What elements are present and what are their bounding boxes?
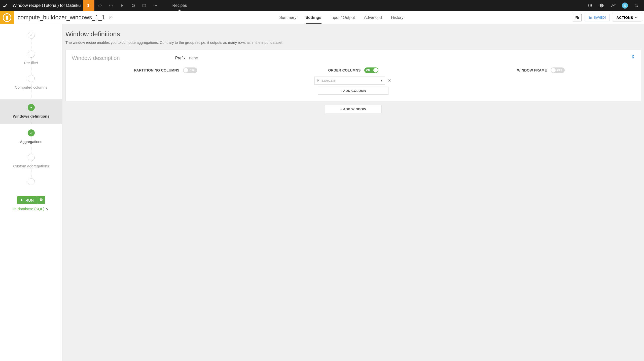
tab-summary[interactable]: Summary [279, 12, 296, 23]
user-avatar[interactable]: S [619, 0, 630, 11]
discussion-button[interactable] [573, 14, 582, 21]
play-icon [20, 199, 23, 202]
project-title[interactable]: Window recipe (Tutorial) for Dataiku [10, 3, 83, 8]
svg-rect-15 [590, 7, 591, 7]
sidebar-footer: RUN In-database (SQL) [0, 193, 62, 216]
prefix-label: Prefix: [175, 56, 187, 60]
col-frame: WINDOW FRAME OFF [447, 67, 635, 95]
svg-rect-13 [591, 5, 592, 6]
dataiku-logo[interactable] [0, 3, 10, 8]
partitioning-toggle[interactable]: OFF [183, 67, 197, 73]
topbar-right: ? S [585, 0, 644, 11]
toggle-off-label: OFF [190, 69, 195, 72]
order-toggle[interactable]: ON [364, 67, 378, 73]
play-icon[interactable] [117, 0, 128, 11]
col-order: ORDER COLUMNS ON saledate [259, 67, 447, 95]
panel-header: Window description Prefix: none [72, 55, 635, 61]
step-windows-definitions[interactable]: Windows definitions [0, 99, 62, 124]
step-computed-columns[interactable]: Computed columns [0, 75, 62, 99]
svg-point-5 [154, 5, 154, 6]
caret-down-icon [635, 16, 637, 19]
saved-label: SAVED! [594, 16, 606, 19]
toggle-on-label: ON [366, 69, 370, 72]
saved-button: SAVED! [585, 14, 610, 21]
order-column-row: saledate ▼ ✕ [314, 77, 392, 85]
sidebar: Pre-filter Computed columns Windows defi… [0, 24, 62, 361]
tab-advanced[interactable]: Advanced [364, 12, 382, 23]
panel-title: Window description [72, 55, 120, 61]
tab-input-output[interactable]: Input / Output [331, 12, 355, 23]
tab-history[interactable]: History [391, 12, 404, 23]
step-node-done [28, 104, 35, 111]
remove-column-button[interactable]: ✕ [387, 78, 392, 83]
window-panel: Window description Prefix: none PARTITIO… [65, 50, 641, 101]
svg-rect-3 [143, 4, 146, 7]
main: Pre-filter Computed columns Windows defi… [0, 24, 644, 361]
activity-icon[interactable] [608, 0, 619, 11]
step-node [28, 178, 35, 185]
svg-point-7 [156, 5, 157, 6]
svg-rect-10 [591, 4, 592, 5]
run-settings-button[interactable] [37, 196, 45, 204]
print-icon[interactable] [128, 0, 139, 11]
apps-icon[interactable] [585, 0, 596, 11]
toggle-off-label: OFF [557, 69, 562, 72]
sort-asc-icon [317, 79, 320, 82]
sidebar-steps: Pre-filter Computed columns Windows defi… [0, 24, 62, 193]
svg-point-22 [110, 17, 111, 18]
avatar-initial: S [622, 3, 628, 9]
step-node [28, 75, 35, 82]
subheader-right: SAVED! ACTIONS [570, 14, 644, 21]
recipe-name: compute_bulldozer_windows_1_1 [14, 14, 109, 21]
svg-point-23 [46, 208, 47, 209]
gear-icon [39, 198, 43, 202]
page-title: Window definitions [65, 30, 641, 38]
partitioning-title: PARTITIONING COLUMNS [134, 68, 180, 72]
svg-text:?: ? [601, 4, 602, 7]
svg-rect-11 [588, 5, 589, 6]
step-aggregations[interactable]: Aggregations [0, 129, 62, 154]
content: Window definitions The window recipe ena… [62, 24, 644, 361]
svg-rect-8 [588, 4, 589, 5]
svg-rect-9 [590, 4, 591, 5]
order-column-select[interactable]: saledate ▼ [314, 77, 385, 85]
add-window-button[interactable]: + ADD WINDOW [325, 105, 382, 113]
frame-toggle[interactable]: OFF [551, 67, 565, 73]
circle-icon[interactable] [94, 0, 105, 11]
order-title: ORDER COLUMNS [328, 68, 361, 72]
step-end [0, 178, 62, 185]
step-custom-aggregations[interactable]: Custom aggregations [0, 154, 62, 178]
actions-button[interactable]: ACTIONS [613, 14, 641, 21]
order-column-value: saledate [322, 79, 336, 83]
search-icon[interactable] [631, 0, 642, 11]
run-label: RUN [25, 198, 34, 202]
topbar-center: Recipes [161, 3, 585, 8]
refresh-icon[interactable] [109, 15, 113, 20]
gears-icon [45, 207, 49, 211]
delete-window-button[interactable] [631, 55, 635, 59]
run-button[interactable]: RUN [17, 196, 37, 204]
svg-rect-16 [591, 7, 592, 7]
actions-label: ACTIONS [617, 16, 633, 20]
flow-icon[interactable] [83, 0, 94, 11]
svg-line-20 [637, 6, 638, 7]
page-subtitle: The window recipe enables you to compute… [65, 41, 641, 45]
svg-point-6 [155, 5, 156, 6]
prefix-group[interactable]: Prefix: none [175, 56, 198, 60]
step-node-done [28, 129, 35, 136]
help-icon[interactable]: ? [596, 0, 607, 11]
add-column-button[interactable]: + ADD COLUMN [318, 87, 388, 95]
subheader-tabs: Summary Settings Input / Output Advanced… [113, 12, 570, 23]
step-start [0, 32, 62, 51]
columns-row: PARTITIONING COLUMNS OFF ORDER COLUMNS O… [72, 67, 635, 95]
window-icon[interactable] [139, 0, 150, 11]
run-engine-label[interactable]: In-database (SQL) [13, 207, 49, 211]
more-icon[interactable] [150, 0, 161, 11]
col-partitioning: PARTITIONING COLUMNS OFF [72, 67, 259, 95]
svg-point-24 [47, 209, 48, 210]
step-node [28, 51, 35, 58]
topbar-tab-recipes[interactable]: Recipes [171, 3, 189, 8]
step-pre-filter[interactable]: Pre-filter [0, 51, 62, 75]
code-icon[interactable] [105, 0, 117, 11]
tab-settings[interactable]: Settings [306, 12, 321, 23]
